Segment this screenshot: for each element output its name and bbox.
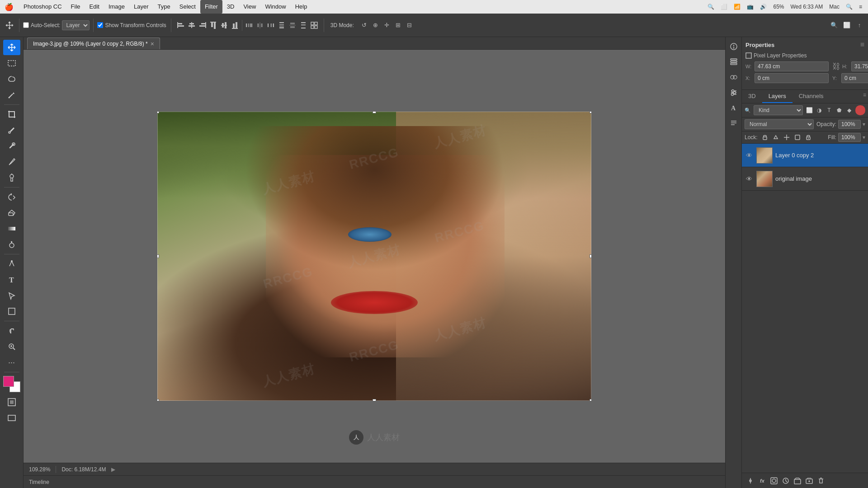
handle-top-right[interactable]	[590, 112, 591, 113]
color-swatches[interactable]	[3, 376, 20, 392]
pen-tool[interactable]	[3, 256, 20, 272]
layer-visibility-0[interactable]: 👁	[745, 151, 754, 160]
fill-input[interactable]	[838, 133, 861, 142]
fill-arrow[interactable]: ▾	[863, 134, 865, 141]
dist-left-button[interactable]	[244, 20, 254, 30]
properties-menu-icon[interactable]: ≡	[860, 41, 864, 49]
blend-mode-dropdown[interactable]: Normal	[745, 119, 814, 129]
type-icon[interactable]: A	[727, 101, 741, 115]
path-selection-tool[interactable]	[3, 288, 20, 303]
healing-brush-tool[interactable]	[3, 138, 20, 154]
filter-pixel-icon[interactable]: ⬜	[805, 106, 814, 115]
menu-filter[interactable]: Filter	[200, 0, 222, 14]
canvas-container[interactable]: 人人素材 RRCCG 人人素材 RRCCG 人人素材 RRCCG 人人素材 RR…	[24, 50, 725, 463]
handle-left-mid[interactable]	[157, 254, 159, 258]
handle-bottom-right[interactable]	[590, 399, 591, 401]
opacity-arrow[interactable]: ▾	[863, 121, 865, 127]
handle-bottom-left[interactable]	[157, 399, 159, 401]
opacity-input[interactable]	[838, 120, 861, 129]
eraser-tool[interactable]	[3, 205, 20, 221]
notifications-icon[interactable]: ≡	[859, 4, 862, 10]
dist-top-button[interactable]	[277, 20, 287, 30]
channels-icon[interactable]	[727, 70, 741, 84]
menu-window[interactable]: Window	[260, 0, 290, 14]
filter-type-icon[interactable]: T	[825, 106, 834, 115]
add-fx-btn[interactable]: fx	[757, 476, 767, 486]
menu-3d[interactable]: 3D	[222, 0, 239, 14]
link-proportions-icon[interactable]: ⛓	[832, 62, 840, 71]
height-input[interactable]	[851, 61, 868, 71]
crop-tool[interactable]	[3, 107, 20, 122]
align-center-v-button[interactable]	[219, 20, 229, 30]
shape-tool[interactable]	[3, 304, 20, 319]
clone-stamp-tool[interactable]	[3, 170, 20, 185]
filter-shape-icon[interactable]: ⬟	[835, 106, 844, 115]
foreground-color-swatch[interactable]	[3, 376, 14, 387]
tab-layers[interactable]: Layers	[762, 90, 793, 103]
handle-right-mid[interactable]	[590, 254, 591, 258]
filter-smart-icon[interactable]: ◆	[844, 106, 854, 115]
align-left-button[interactable]	[176, 20, 186, 30]
handle-bottom-mid[interactable]	[373, 399, 376, 401]
align-top-button[interactable]	[208, 20, 218, 30]
lasso-tool[interactable]	[3, 71, 20, 87]
layer-item-1[interactable]: 👁 original image	[742, 167, 868, 191]
menu-help[interactable]: Help	[291, 0, 312, 14]
link-layers-btn[interactable]	[745, 476, 755, 486]
width-input[interactable]	[755, 61, 829, 71]
status-arrow[interactable]: ▶	[111, 466, 115, 473]
menu-layer[interactable]: Layer	[129, 0, 153, 14]
app-name-menu[interactable]: Photoshop CC	[19, 0, 66, 14]
menu-view[interactable]: View	[239, 0, 260, 14]
layer-visibility-1[interactable]: 👁	[745, 174, 754, 183]
paragraph-icon[interactable]	[727, 117, 741, 130]
tab-3d[interactable]: 3D	[742, 90, 762, 103]
layers-icon[interactable]	[727, 55, 741, 69]
filter-adjustment-icon[interactable]: ◑	[815, 106, 824, 115]
3d-pan-icon[interactable]: ✛	[382, 20, 392, 30]
add-layer-btn[interactable]	[804, 476, 814, 486]
delete-layer-btn[interactable]	[816, 476, 826, 486]
magic-wand-tool[interactable]	[3, 87, 20, 103]
siri-icon[interactable]: 🔍	[846, 4, 853, 10]
move-tool[interactable]	[3, 40, 20, 55]
gradient-tool[interactable]	[3, 221, 20, 236]
tab-channels[interactable]: Channels	[793, 90, 830, 103]
y-input[interactable]	[841, 73, 868, 83]
layer-item-0[interactable]: 👁 Layer 0 copy 2	[742, 144, 868, 167]
auto-align-button[interactable]	[309, 20, 319, 30]
screen-mode-tool[interactable]	[3, 410, 20, 426]
show-transform-input[interactable]	[97, 22, 103, 28]
hand-tool[interactable]	[3, 323, 20, 338]
layers-filter-dropdown[interactable]: Kind	[754, 105, 803, 115]
menu-image[interactable]: Image	[104, 0, 129, 14]
x-input[interactable]	[755, 73, 829, 83]
filter-active-toggle[interactable]	[855, 105, 865, 115]
align-center-h-button[interactable]	[187, 20, 197, 30]
move-tool-icon[interactable]	[4, 20, 15, 30]
adjustments-icon[interactable]	[727, 86, 741, 99]
show-transform-checkbox[interactable]: Show Transform Controls	[97, 22, 166, 28]
quick-mask-tool[interactable]	[3, 394, 20, 410]
history-brush-tool[interactable]	[3, 189, 20, 205]
tab-close-button[interactable]: ×	[151, 41, 154, 47]
properties-tool-icon[interactable]	[727, 40, 741, 53]
menu-file[interactable]: File	[66, 0, 85, 14]
3d-rotate-icon[interactable]: ↺	[359, 20, 369, 30]
auto-select-dropdown[interactable]: Layer	[62, 20, 90, 30]
search-icon[interactable]: 🔍	[829, 20, 839, 30]
lock-transparent-btn[interactable]	[760, 133, 769, 142]
brush-tool[interactable]	[3, 154, 20, 169]
eyedropper-tool[interactable]	[3, 122, 20, 138]
3d-orbit-icon[interactable]: ⊕	[371, 20, 381, 30]
menu-type[interactable]: Type	[153, 0, 175, 14]
dist-center-h-button[interactable]	[255, 20, 265, 30]
rectangle-select-tool[interactable]	[3, 56, 20, 71]
handle-top-mid[interactable]	[373, 112, 376, 113]
auto-select-input[interactable]	[23, 22, 29, 28]
handle-top-left[interactable]	[157, 112, 159, 113]
share-icon[interactable]: ↑	[854, 20, 864, 30]
lock-all-btn[interactable]	[804, 133, 813, 142]
align-bottom-button[interactable]	[230, 20, 240, 30]
dist-center-v-button[interactable]	[288, 20, 297, 30]
